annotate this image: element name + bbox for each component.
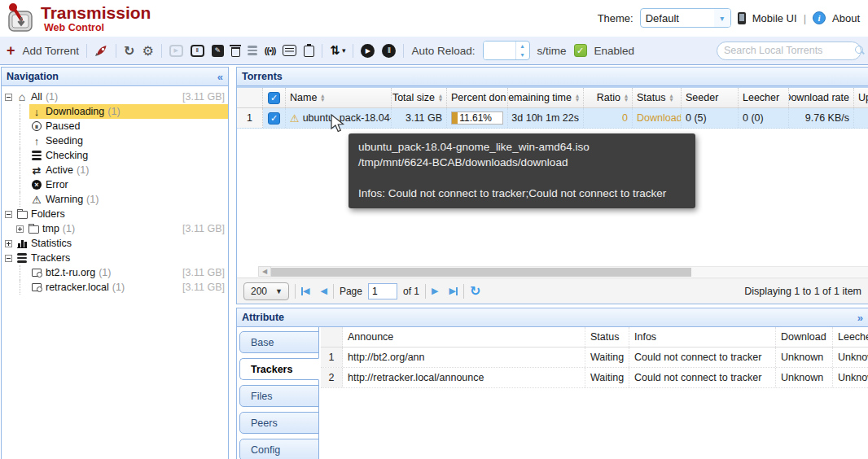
tab-peers[interactable]: Peers: [239, 412, 319, 434]
add-torrent-icon[interactable]: +: [7, 45, 15, 56]
page-label: Page: [340, 286, 362, 297]
pause-all-icon[interactable]: Ⅱ: [382, 44, 396, 58]
col-infos[interactable]: Infos: [629, 327, 776, 347]
spinner-up-icon[interactable]: ▴: [516, 42, 529, 50]
col-ratio[interactable]: Ratio▴▾: [584, 88, 633, 107]
toolbar-divider: [86, 44, 87, 58]
copy-path-icon[interactable]: [304, 46, 314, 57]
spinner-down-icon[interactable]: ▾: [516, 50, 529, 59]
tracker-status: Waiting: [585, 368, 629, 387]
sidebar-item-error[interactable]: × Error: [2, 177, 228, 192]
col-name[interactable]: Name▴▾: [286, 88, 392, 107]
enabled-checkbox[interactable]: ✓: [574, 44, 587, 57]
horizontal-scrollbar[interactable]: ◀: [237, 265, 868, 278]
pause-torrent-icon[interactable]: Ⅱ: [191, 45, 204, 57]
chevron-down-icon[interactable]: ▾: [714, 9, 730, 27]
remove-torrent-icon[interactable]: [231, 47, 240, 57]
tree-expand-icon[interactable]: [16, 225, 24, 233]
reload-icon[interactable]: ↻: [124, 43, 134, 59]
next-page-button[interactable]: ▶: [432, 286, 438, 296]
col-remaining-time[interactable]: Remaining time▴▾: [508, 88, 584, 107]
refresh-icon[interactable]: ↻: [470, 283, 480, 299]
settings-gear-icon[interactable]: ⚙: [142, 43, 153, 59]
tracker-row[interactable]: 1 http://bt2.org/ann Waiting Could not c…: [321, 348, 868, 368]
theme-select[interactable]: Default ▾: [640, 8, 731, 28]
col-leecher[interactable]: Leecher: [739, 88, 789, 107]
sidebar-item-tracker-retracker[interactable]: retracker.local(1) [3.11 GB]: [2, 280, 228, 295]
auto-reload-spinner[interactable]: ▴▾: [483, 41, 530, 60]
search-input[interactable]: [724, 45, 855, 56]
col-rownum: [237, 88, 263, 107]
start-torrent-icon[interactable]: ▶: [169, 45, 183, 57]
col-upload-rate[interactable]: Up: [854, 88, 868, 107]
tree-collapse-icon[interactable]: [5, 255, 12, 262]
tab-config[interactable]: Config: [239, 439, 319, 459]
page-input[interactable]: [368, 283, 397, 299]
collapse-panel-icon[interactable]: »: [857, 312, 863, 324]
col-total-size[interactable]: Total size▴▾: [392, 88, 447, 107]
tracker-leecher: Unknown: [833, 368, 868, 387]
search-box[interactable]: [717, 42, 861, 60]
rocket-start-all-icon[interactable]: [94, 44, 108, 58]
scroll-left-icon[interactable]: ◀: [258, 266, 271, 277]
reannounce-icon[interactable]: ((•)): [265, 46, 276, 55]
start-all-icon[interactable]: ▶: [361, 44, 375, 58]
sidebar-item-folder-tmp[interactable]: tmp(1) [3.11 GB]: [2, 221, 228, 236]
col-leecher-count[interactable]: Leecher c: [833, 327, 868, 347]
tab-trackers[interactable]: Trackers: [239, 358, 319, 380]
sidebar-item-statistics[interactable]: Statistics: [2, 236, 228, 251]
col-select-all[interactable]: ✓: [263, 88, 286, 107]
app-subtitle: Web Control: [41, 22, 151, 33]
add-torrent-button[interactable]: Add Torrent: [23, 45, 80, 57]
prev-page-button[interactable]: ◀: [320, 286, 327, 296]
row-number: 1: [237, 108, 263, 128]
tracker-row[interactable]: 2 http://retracker.local/announce Waitin…: [321, 368, 868, 388]
tab-files[interactable]: Files: [239, 385, 319, 407]
sidebar-item-tracker-bt2[interactable]: bt2.t-ru.org(1) [3.11 GB]: [2, 265, 228, 280]
recheck-torrent-icon[interactable]: [248, 46, 257, 55]
about-link[interactable]: About: [832, 12, 860, 24]
torrent-name: ubuntu_pack-18.04-: [303, 112, 392, 124]
sidebar-item-folders[interactable]: Folders: [2, 207, 228, 221]
first-page-button[interactable]: ◀: [301, 286, 309, 296]
col-seeder[interactable]: Seeder: [682, 88, 739, 107]
attribute-panel: Attribute » Base Trackers Files Peers Co…: [236, 308, 868, 459]
page-size-select[interactable]: 200▼: [243, 282, 289, 300]
sidebar-item-trackers[interactable]: Trackers: [2, 251, 228, 265]
sidebar-item-active[interactable]: ⇄ Active(1): [2, 163, 228, 177]
tab-base[interactable]: Base: [239, 331, 319, 353]
folder-icon: [17, 211, 28, 219]
col-status[interactable]: Status: [585, 327, 629, 347]
sidebar-item-all[interactable]: ⌂ All(1) [3.11 GB]: [2, 90, 228, 104]
sidebar-item-paused[interactable]: Ⅱ Paused: [2, 119, 228, 133]
sidebar-item-seeding[interactable]: ↑ Seeding: [2, 133, 228, 148]
auto-reload-input[interactable]: [484, 42, 515, 59]
col-announce[interactable]: Announce: [343, 327, 585, 347]
trackers-tab-content: Announce Status Infos Download Leecher c…: [319, 327, 868, 459]
tree-collapse-icon[interactable]: [5, 211, 12, 218]
queue-move-icon[interactable]: ⇅▾: [330, 43, 345, 58]
main-toolbar: + Add Torrent ↻ ⚙ ▶ Ⅱ ✎ ((•)) ⇅▾ ▶ Ⅱ Aut…: [0, 37, 868, 65]
trackers-grid-header: Announce Status Infos Download Leecher c: [321, 327, 868, 348]
col-download[interactable]: Download: [776, 327, 833, 347]
sidebar-item-checking[interactable]: Checking: [2, 148, 228, 163]
col-status[interactable]: Status▴▾: [633, 88, 682, 107]
last-page-button[interactable]: ▶: [449, 286, 457, 296]
scrollbar-thumb[interactable]: [271, 268, 691, 277]
sidebar-item-warning[interactable]: ⚠ Warning(1): [2, 192, 228, 207]
edit-torrent-icon[interactable]: ✎: [212, 45, 224, 57]
col-download-rate[interactable]: Download rate: [789, 88, 854, 107]
select-all-checkbox[interactable]: ✓: [268, 92, 280, 104]
download-icon: ↓: [31, 106, 42, 118]
home-icon: ⌂: [16, 90, 28, 103]
tree-collapse-icon[interactable]: [5, 94, 12, 101]
labels-icon[interactable]: [283, 45, 296, 56]
collapse-panel-icon[interactable]: «: [217, 71, 223, 83]
tree-expand-icon[interactable]: [5, 240, 12, 247]
col-percent-done[interactable]: Percent don: [447, 88, 508, 107]
mobile-ui-link[interactable]: Mobile UI: [752, 12, 797, 24]
torrent-status: Downloadi: [633, 108, 682, 128]
sidebar-item-downloading[interactable]: ↓ Downloading(1): [2, 104, 228, 119]
sort-arrows-icon: ▴▾: [669, 94, 673, 102]
row-checkbox[interactable]: ✓: [268, 112, 280, 125]
